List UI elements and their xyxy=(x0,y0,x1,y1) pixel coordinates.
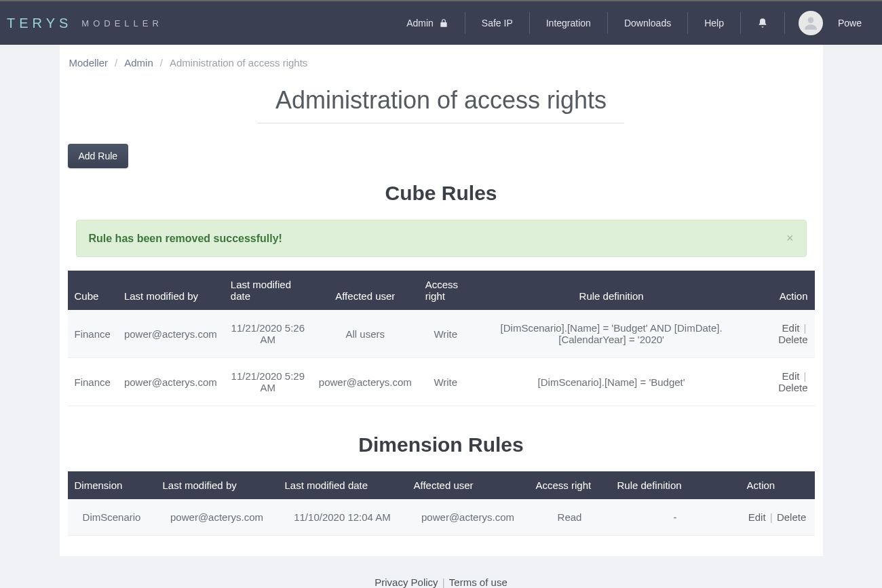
cell-rule-def: - xyxy=(611,499,740,536)
cell-cube: Finance xyxy=(68,310,117,358)
privacy-link[interactable]: Privacy Policy xyxy=(375,576,438,588)
edit-link[interactable]: Edit xyxy=(782,322,800,334)
cell-actions: Edit | Delete xyxy=(750,358,815,406)
cell-dimension: DimScenario xyxy=(68,499,156,536)
edit-link[interactable]: Edit xyxy=(782,370,800,382)
breadcrumb-sep: / xyxy=(160,57,163,68)
cell-modified-date: 11/21/2020 5:26 AM xyxy=(224,310,312,358)
cell-affected-user: power@acterys.com xyxy=(407,499,529,536)
breadcrumb-sep: / xyxy=(115,57,117,68)
user-label: Powe xyxy=(838,18,862,28)
edit-link[interactable]: Edit xyxy=(748,511,766,523)
nav-admin[interactable]: Admin xyxy=(390,12,465,34)
footer: Privacy Policy | Terms of use © 2020 FP&… xyxy=(0,556,882,588)
cell-affected-user: All users xyxy=(312,310,419,358)
table-row: DimScenario power@acterys.com 11/10/2020… xyxy=(68,499,815,536)
alert-close-icon[interactable]: × xyxy=(786,231,794,246)
page-title: Administration of access rights xyxy=(68,86,815,115)
cell-actions: Edit | Delete xyxy=(750,310,815,358)
nav-downloads-label: Downloads xyxy=(624,18,671,28)
nav-user[interactable]: Powe xyxy=(784,12,875,34)
bell-icon xyxy=(757,18,768,28)
col-action: Action xyxy=(740,471,815,499)
add-rule-button[interactable]: Add Rule xyxy=(68,144,129,168)
col-access-right: Access right xyxy=(529,471,611,499)
table-row: Finance power@acterys.com 11/21/2020 5:2… xyxy=(68,358,815,406)
nav-admin-label: Admin xyxy=(406,18,434,28)
title-rule xyxy=(258,123,624,123)
content-card: Modeller / Admin / Administration of acc… xyxy=(60,45,823,556)
success-alert: Rule has been removed successfully! × xyxy=(76,220,807,257)
col-action: Action xyxy=(750,271,815,310)
col-affected-user: Affected user xyxy=(312,271,419,310)
table-row: Finance power@acterys.com 11/21/2020 5:2… xyxy=(68,310,815,358)
nav-safe-ip-label: Safe IP xyxy=(482,18,513,28)
nav-integration[interactable]: Integration xyxy=(529,12,607,34)
dimension-rules-table: Dimension Last modified by Last modified… xyxy=(68,471,815,536)
dimension-rules-title: Dimension Rules xyxy=(68,433,815,456)
col-rule-def: Rule definition xyxy=(473,271,750,310)
topbar: TERYS MODELLER Admin Safe IP Integration… xyxy=(0,0,882,45)
terms-link[interactable]: Terms of use xyxy=(449,576,507,588)
cell-modified-by: power@acterys.com xyxy=(117,358,224,406)
col-modified-date: Last modified date xyxy=(224,271,312,310)
brand-sub: MODELLER xyxy=(81,18,163,28)
lock-icon xyxy=(439,18,448,28)
cube-rules-title: Cube Rules xyxy=(68,182,815,205)
action-sep: | xyxy=(803,322,808,334)
col-modified-date: Last modified date xyxy=(278,471,407,499)
col-dimension: Dimension xyxy=(68,471,156,499)
cell-modified-date: 11/21/2020 5:29 AM xyxy=(224,358,312,406)
nav-notifications[interactable] xyxy=(740,12,784,34)
col-affected-user: Affected user xyxy=(407,471,529,499)
breadcrumb-item-admin[interactable]: Admin xyxy=(124,57,153,68)
top-nav: Admin Safe IP Integration Downloads Help xyxy=(390,1,875,45)
breadcrumb-item-current: Administration of access rights xyxy=(170,57,307,68)
col-cube: Cube xyxy=(68,271,117,310)
cell-access-right: Read xyxy=(529,499,611,536)
breadcrumb-item-modeller[interactable]: Modeller xyxy=(69,57,109,68)
breadcrumb: Modeller / Admin / Administration of acc… xyxy=(68,57,815,68)
delete-link[interactable]: Delete xyxy=(778,334,807,345)
footer-sep: | xyxy=(441,576,449,588)
cell-actions: Edit | Delete xyxy=(740,499,815,536)
col-access-right: Access right xyxy=(419,271,473,310)
alert-message: Rule has been removed successfully! xyxy=(89,233,282,245)
nav-integration-label: Integration xyxy=(546,18,591,28)
action-sep: | xyxy=(769,511,774,523)
cell-cube: Finance xyxy=(68,358,117,406)
col-modified-by: Last modified by xyxy=(117,271,224,310)
delete-link[interactable]: Delete xyxy=(777,511,806,523)
col-rule-def: Rule definition xyxy=(611,471,740,499)
cell-modified-date: 11/10/2020 12:04 AM xyxy=(278,499,407,536)
nav-help-label: Help xyxy=(704,18,724,28)
cell-rule-def: [DimScenario].[Name] = 'Budget' AND [Dim… xyxy=(473,310,750,358)
nav-help[interactable]: Help xyxy=(687,12,740,34)
cell-modified-by: power@acterys.com xyxy=(117,310,224,358)
col-modified-by: Last modified by xyxy=(156,471,278,499)
avatar xyxy=(799,11,823,35)
cell-rule-def: [DimScenario].[Name] = 'Budget' xyxy=(473,358,750,406)
cell-affected-user: power@acterys.com xyxy=(312,358,419,406)
nav-safe-ip[interactable]: Safe IP xyxy=(465,12,529,34)
svg-point-0 xyxy=(808,17,814,23)
cube-rules-table: Cube Last modified by Last modified date… xyxy=(68,271,815,406)
action-sep: | xyxy=(803,370,808,382)
cell-modified-by: power@acterys.com xyxy=(156,499,278,536)
nav-downloads[interactable]: Downloads xyxy=(607,12,687,34)
cell-access-right: Write xyxy=(419,310,473,358)
brand: TERYS MODELLER xyxy=(7,16,163,31)
brand-logo: TERYS xyxy=(7,16,72,31)
delete-link[interactable]: Delete xyxy=(778,382,807,393)
cell-access-right: Write xyxy=(419,358,473,406)
